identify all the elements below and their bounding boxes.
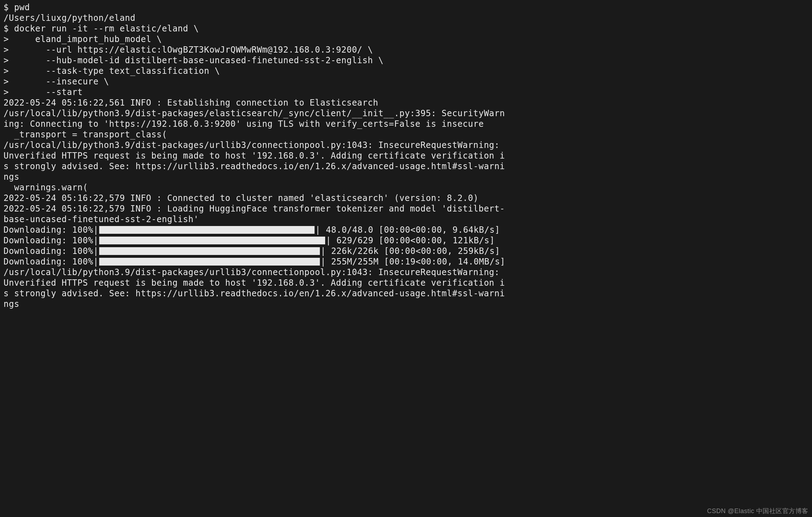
progress-bar-icon bbox=[99, 247, 320, 255]
log-warning: /usr/local/lib/python3.9/dist-packages/u… bbox=[4, 140, 808, 150]
prompt-pwd: $ pwd bbox=[4, 2, 808, 13]
cmd-continuation: > --start bbox=[4, 87, 808, 97]
progress-prefix: Downloading: 100%| bbox=[4, 235, 98, 246]
log-warning: Unverified HTTPS request is being made t… bbox=[4, 278, 808, 288]
cmd-continuation: > --hub-model-id distilbert-base-uncased… bbox=[4, 55, 808, 66]
progress-suffix: | 629/629 [00:00<00:00, 121kB/s] bbox=[326, 235, 495, 246]
cmd-continuation: > eland_import_hub_model \ bbox=[4, 34, 808, 44]
cmd-continuation: > --task-type text_classification \ bbox=[4, 66, 808, 76]
log-info: 2022-05-24 05:16:22,579 INFO : Connected… bbox=[4, 193, 808, 203]
progress-bar-icon bbox=[99, 258, 320, 266]
download-progress-4: Downloading: 100%| | 255M/255M [00:19<00… bbox=[4, 256, 808, 267]
progress-prefix: Downloading: 100%| bbox=[4, 246, 98, 256]
progress-bar-icon bbox=[99, 226, 315, 234]
progress-prefix: Downloading: 100%| bbox=[4, 225, 98, 235]
log-warning: s strongly advised. See: https://urllib3… bbox=[4, 161, 808, 172]
download-progress-3: Downloading: 100%| | 226k/226k [00:00<00… bbox=[4, 246, 808, 256]
log-info: base-uncased-finetuned-sst-2-english' bbox=[4, 214, 808, 225]
log-warning: ngs bbox=[4, 299, 808, 309]
progress-suffix: | 226k/226k [00:00<00:00, 259kB/s] bbox=[321, 246, 500, 256]
cmd-continuation: > --insecure \ bbox=[4, 76, 808, 87]
download-progress-1: Downloading: 100%| | 48.0/48.0 [00:00<00… bbox=[4, 225, 808, 235]
progress-suffix: | 255M/255M [00:19<00:00, 14.0MB/s] bbox=[321, 256, 505, 267]
log-warning: ing: Connecting to 'https://192.168.0.3:… bbox=[4, 119, 808, 129]
log-warning: ngs bbox=[4, 172, 808, 182]
log-warning: /usr/local/lib/python3.9/dist-packages/e… bbox=[4, 108, 808, 119]
cmd-continuation: > --url https://elastic:lOwgBZT3KowJrQWM… bbox=[4, 44, 808, 55]
log-code: warnings.warn( bbox=[4, 182, 808, 193]
progress-suffix: | 48.0/48.0 [00:00<00:00, 9.64kB/s] bbox=[315, 225, 500, 235]
log-warning: /usr/local/lib/python3.9/dist-packages/u… bbox=[4, 267, 808, 278]
watermark-text: CSDN @Elastic 中国社区官方博客 bbox=[707, 507, 808, 515]
progress-prefix: Downloading: 100%| bbox=[4, 256, 98, 267]
docker-run-cmd: $ docker run -it --rm elastic/eland \ bbox=[4, 23, 808, 34]
download-progress-2: Downloading: 100%| | 629/629 [00:00<00:0… bbox=[4, 235, 808, 246]
progress-bar-icon bbox=[99, 237, 325, 244]
terminal-output[interactable]: $ pwd /Users/liuxg/python/eland $ docker… bbox=[4, 2, 808, 309]
pwd-output: /Users/liuxg/python/eland bbox=[4, 13, 808, 23]
log-info: 2022-05-24 05:16:22,579 INFO : Loading H… bbox=[4, 203, 808, 214]
log-info: 2022-05-24 05:16:22,561 INFO : Establish… bbox=[4, 97, 808, 108]
log-warning: Unverified HTTPS request is being made t… bbox=[4, 150, 808, 161]
log-warning: s strongly advised. See: https://urllib3… bbox=[4, 288, 808, 299]
log-code: _transport = transport_class( bbox=[4, 129, 808, 140]
